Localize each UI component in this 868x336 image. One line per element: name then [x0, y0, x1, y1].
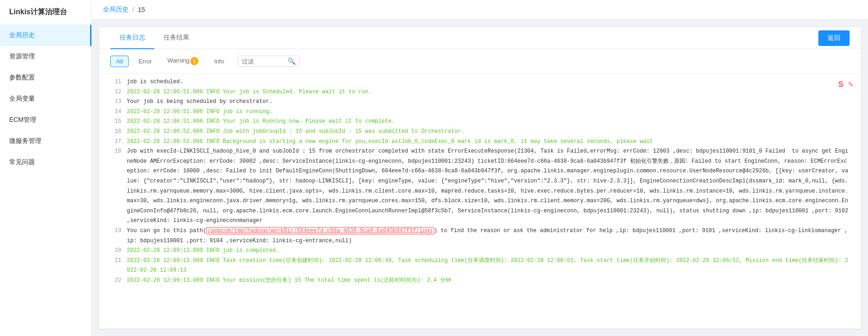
log-line-number: 17: [110, 137, 121, 147]
log-line: 202022-02-28 12:09:13.009 INFO job is co…: [110, 246, 850, 256]
log-line: 11job is scheduled.: [110, 77, 850, 87]
tab-task-log[interactable]: 任务日志: [110, 27, 154, 49]
filter-input-wrap: 🔍: [238, 56, 300, 67]
log-line-number: 16: [110, 127, 121, 137]
log-line: 222022-02-28 12:09:13.009 INFO Your miss…: [110, 276, 850, 286]
log-line-number: 22: [110, 276, 121, 286]
app-logo: Linkis计算治理台: [0, 0, 91, 25]
sidebar-item-faq[interactable]: 常见问题: [0, 152, 91, 173]
main-content: 全局历史 / 15 任务日志 任务结果 返回 All Error Warning…: [92, 0, 868, 336]
content-panel: 任务日志 任务结果 返回 All Error Warning1 Info 🔍 1…: [99, 27, 861, 329]
filter-all[interactable]: All: [110, 56, 129, 67]
filter-info[interactable]: Info: [208, 56, 230, 67]
log-line-number: 15: [110, 117, 121, 127]
log-line: 212022-02-28 12:09:13.009 INFO Task crea…: [110, 256, 850, 276]
sidebar-item-resource-mgmt[interactable]: 资源管理: [0, 46, 91, 67]
filter-warning[interactable]: Warning1: [161, 55, 204, 68]
breadcrumb-parent[interactable]: 全局历史: [103, 6, 129, 14]
log-line-text: 2022-02-28 12:06:52.006 INFO Job with jo…: [127, 127, 850, 137]
log-line-text: 2022-02-28 12:09:13.009 INFO Task creati…: [127, 256, 850, 276]
log-line: 18Job with execId-LINKISCLI_hadoop_hive_…: [110, 147, 850, 226]
log-area[interactable]: 11job is scheduled.122022-02-28 12:06:51…: [99, 74, 861, 329]
log-line: 162022-02-28 12:06:52.006 INFO Job with …: [110, 127, 850, 137]
log-line-number: 14: [110, 107, 121, 117]
log-line-text: You can go to this path(/appcom/tmp/hado…: [127, 226, 850, 246]
log-line-text: 2022-02-28 12:06:51.006 INFO Your job is…: [127, 87, 850, 97]
log-line: 172022-02-28 12:06:52.006 INFO Backgroun…: [110, 137, 850, 147]
log-line-number: 11: [110, 77, 121, 87]
breadcrumb-current: 15: [138, 6, 145, 13]
log-line-number: 21: [110, 256, 121, 266]
search-icon: 🔍: [288, 57, 295, 65]
return-button[interactable]: 返回: [818, 30, 850, 46]
breadcrumb: 全局历史 / 15: [92, 0, 868, 20]
sidebar-item-ecm-mgmt[interactable]: ECM管理: [0, 109, 91, 131]
sidebar-item-global-history[interactable]: 全局历史: [0, 25, 91, 46]
sidebar-item-param-config[interactable]: 参数配置: [0, 67, 91, 88]
tabs: 任务日志 任务结果: [110, 27, 199, 49]
filter-bar: All Error Warning1 Info 🔍: [99, 49, 861, 74]
log-line: 13Your job is being scheduled by orchest…: [110, 97, 850, 107]
breadcrumb-separator: /: [132, 6, 134, 13]
log-line-number: 12: [110, 87, 121, 97]
log-line-text: 2022-02-28 12:06:51.006 INFO job is runn…: [127, 107, 850, 117]
sidebar-item-microservice-mgmt[interactable]: 微服务管理: [0, 131, 91, 152]
log-line: 122022-02-28 12:06:51.006 INFO Your job …: [110, 87, 850, 97]
tabs-bar: 任务日志 任务结果 返回: [99, 27, 861, 49]
log-line: 142022-02-28 12:06:51.006 INFO job is ru…: [110, 107, 850, 117]
sidebar-item-global-vars[interactable]: 全局变量: [0, 88, 91, 109]
warning-badge: 1: [190, 57, 199, 65]
log-line-number: 19: [110, 226, 121, 236]
filter-input[interactable]: [242, 58, 288, 65]
log-link[interactable]: /appcom/tmp/hadoop/workDir/664eee7d-c66a…: [206, 227, 434, 234]
tab-task-result[interactable]: 任务结果: [154, 27, 199, 49]
log-line-text: Job with execId-LINKISCLI_hadoop_hive_0 …: [127, 147, 850, 226]
log-line: 19You can go to this path(/appcom/tmp/ha…: [110, 226, 850, 246]
log-line: 152022-02-28 12:06:51.006 INFO Your job …: [110, 117, 850, 127]
log-line-text: job is scheduled.: [127, 77, 850, 87]
corner-badge-icon: S ✎: [839, 77, 853, 92]
log-line-text: 2022-02-28 12:09:13.009 INFO job is comp…: [127, 246, 850, 256]
log-line-text: Your job is being scheduled by orchestra…: [127, 97, 850, 107]
log-line-text: 2022-02-28 12:06:52.006 INFO Background …: [127, 137, 850, 147]
log-line-number: 13: [110, 97, 121, 107]
log-line-number: 20: [110, 246, 121, 256]
filter-error[interactable]: Error: [132, 56, 158, 67]
log-line-text: 2022-02-28 12:09:13.009 INFO Your missio…: [127, 276, 850, 286]
sidebar: Linkis计算治理台 全局历史 资源管理 参数配置 全局变量 ECM管理 微服…: [0, 0, 92, 336]
log-line-text: 2022-02-28 12:06:51.006 INFO Your job is…: [127, 117, 850, 127]
log-line-number: 18: [110, 147, 121, 157]
